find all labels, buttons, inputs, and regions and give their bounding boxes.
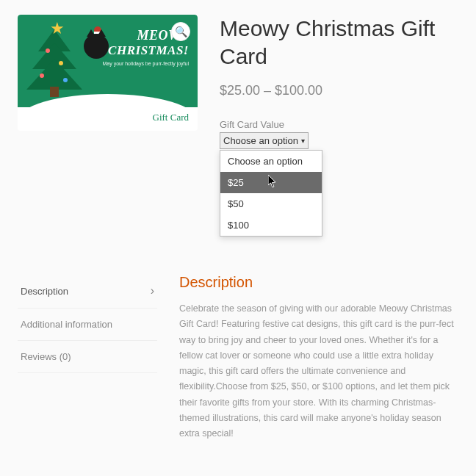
product-image-gallery: ★ MEOWY CHRISTMAS! May your holidays be …: [18, 15, 198, 149]
tab-label: Additional information: [21, 319, 112, 330]
tab-description[interactable]: Description: [18, 274, 157, 309]
description-body: Celebrate the season of giving with our …: [179, 301, 458, 441]
tab-label: Reviews (0): [21, 351, 71, 362]
select-value: Choose an option: [223, 135, 298, 146]
star-icon: ★: [50, 19, 65, 38]
tab-additional-information[interactable]: Additional information: [18, 309, 157, 341]
zoom-icon[interactable]: 🔍: [171, 22, 190, 41]
dropdown-option[interactable]: $25: [220, 172, 322, 193]
card-tagline: May your holidays be purr-fectly joyful: [103, 61, 190, 66]
gift-card-label: Gift Card: [153, 112, 189, 123]
product-summary: Meowy Christmas Gift Card $25.00 – $100.…: [220, 15, 458, 149]
dropdown-option[interactable]: $50: [220, 193, 322, 214]
dropdown-option[interactable]: $100: [220, 214, 322, 236]
tab-reviews[interactable]: Reviews (0): [18, 341, 157, 373]
product-title: Meowy Christmas Gift Card: [220, 15, 458, 70]
price-range: $25.00 – $100.00: [220, 83, 458, 98]
dropdown-option[interactable]: Choose an option: [220, 151, 322, 172]
tab-panel-description: Description Celebrate the season of givi…: [179, 274, 458, 441]
card-title-line2: CHRISTMAS!: [103, 43, 190, 58]
description-heading: Description: [179, 274, 458, 291]
select-dropdown: Choose an option $25 $50 $100: [220, 150, 322, 237]
product-image[interactable]: ★ MEOWY CHRISTMAS! May your holidays be …: [18, 15, 198, 131]
variation-label: Gift Card Value: [220, 119, 458, 130]
gift-card-value-select[interactable]: Choose an option: [220, 132, 309, 149]
tab-label: Description: [21, 286, 68, 297]
product-tabs: Description Additional information Revie…: [18, 274, 157, 441]
